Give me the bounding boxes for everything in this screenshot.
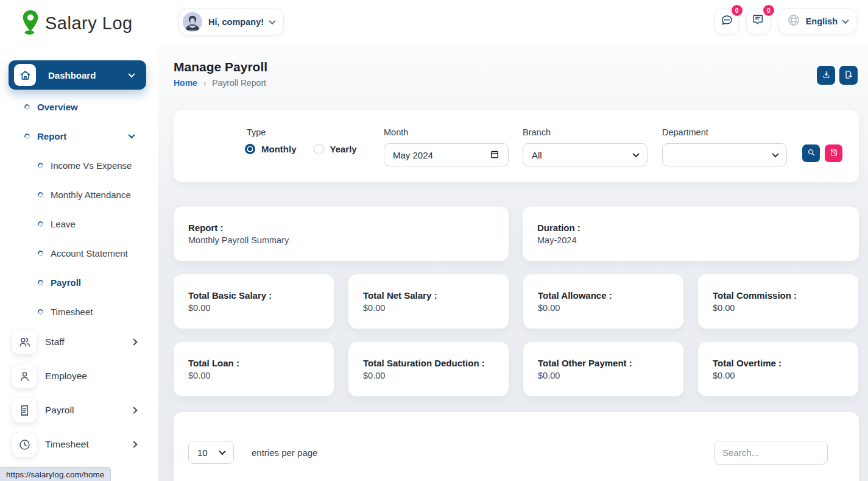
sidebar-item-label: Dashboard [48, 70, 129, 80]
sidebar-item-income-vs-expense[interactable]: Income Vs Expense [0, 158, 158, 173]
payroll-table-card: 10 entries per page [174, 412, 859, 481]
stat-card-total-loan: Total Loan : $0.00 [174, 342, 334, 396]
stat-card-total-commission: Total Commission : $0.00 [698, 274, 858, 329]
page-size-select[interactable]: 10 [188, 441, 234, 464]
stat-value: $0.00 [538, 303, 560, 313]
sidebar-item-label: Timesheet [51, 307, 93, 317]
stat-label: Total Allowance : [538, 290, 612, 301]
users-icon [12, 330, 37, 354]
message-square-icon [752, 13, 765, 29]
department-label: Department [662, 127, 708, 137]
month-value: May 2024 [393, 150, 490, 160]
chevron-down-icon [842, 17, 849, 24]
duration-summary-card: Duration : May-2024 [523, 207, 859, 261]
chat-bubble-icon [720, 13, 733, 29]
report-summary-card: Report : Monthly Payroll Summary [174, 207, 509, 261]
clock-icon [12, 432, 37, 457]
sidebar-item-timesheet-report[interactable]: Timesheet [0, 304, 158, 319]
chevron-down-icon [772, 151, 778, 157]
language-label: English [806, 16, 838, 26]
sidebar-item-leave[interactable]: Leave [0, 216, 158, 231]
main-content: Manage Payroll Home › Payroll Report Typ… [158, 44, 868, 481]
stat-label: Total Basic Salary : [188, 290, 272, 301]
table-search-input[interactable] [714, 441, 828, 465]
breadcrumb-current: Payroll Report [212, 78, 266, 88]
stat-label: Total Net Salary : [363, 290, 437, 301]
sidebar-item-label: Account Statement [51, 248, 128, 258]
sidebar-item-dashboard[interactable]: Dashboard [9, 60, 146, 90]
sidebar-item-label: Payroll [51, 277, 81, 288]
sidebar-item-payroll[interactable]: Payroll [0, 398, 158, 422]
bullet-icon [37, 249, 44, 257]
stat-value: $0.00 [713, 303, 735, 313]
type-label: Type [247, 127, 266, 137]
user-menu[interactable]: Hi, company! [178, 9, 284, 35]
sidebar-item-label: Staff [45, 337, 65, 347]
sidebar-item-label: Report [37, 131, 66, 141]
sidebar-item-overview[interactable]: Overview [0, 99, 158, 114]
stat-label: Total Other Payment : [538, 358, 632, 368]
yearly-radio-label[interactable]: Yearly [330, 144, 357, 154]
yearly-radio[interactable] [314, 144, 324, 154]
breadcrumb-home-link[interactable]: Home [174, 78, 197, 88]
sidebar-item-monthly-attendance[interactable]: Monthly Attendance [0, 187, 158, 202]
stat-card-total-overtime: Total Overtime : $0.00 [698, 342, 858, 396]
sidebar-item-employee[interactable]: Employee [0, 364, 158, 388]
sidebar-item-account-statement[interactable]: Account Statement [0, 246, 158, 260]
breadcrumb: Home › Payroll Report [174, 78, 266, 88]
calendar-icon [490, 149, 499, 161]
chevron-right-icon [130, 407, 137, 413]
stat-card-total-saturation-deduction: Total Saturation Deduction : $0.00 [348, 342, 509, 396]
stat-label: Total Overtime : [713, 358, 782, 368]
sidebar-item-report[interactable]: Report [0, 129, 158, 143]
stat-value: $0.00 [363, 371, 385, 380]
clear-file-icon [830, 148, 838, 159]
status-bar-url: https://salarylog.com/home [0, 467, 111, 481]
home-icon [14, 64, 36, 86]
sidebar-item-payroll-report[interactable]: Payroll [0, 275, 158, 290]
export-file-button[interactable] [839, 66, 858, 85]
department-select[interactable] [662, 143, 787, 166]
sidebar-item-staff[interactable]: Staff [0, 330, 158, 354]
bullet-icon [24, 103, 31, 110]
monthly-radio-label[interactable]: Monthly [261, 144, 297, 154]
chevron-down-icon [219, 448, 225, 455]
stat-card-total-other-payment: Total Other Payment : $0.00 [523, 342, 683, 396]
branch-select[interactable]: All [523, 143, 647, 166]
stat-label: Total Commission : [713, 290, 797, 301]
file-export-icon [844, 70, 853, 81]
sidebar-item-label: Overview [37, 102, 78, 112]
brand-name: Salary Log [45, 13, 133, 34]
chevron-right-icon [130, 441, 137, 447]
stat-card-total-basic-salary: Total Basic Salary : $0.00 [174, 274, 334, 329]
month-label: Month [384, 127, 408, 137]
page-title: Manage Payroll [174, 60, 267, 74]
user-greeting: Hi, company! [208, 17, 264, 27]
entries-per-page-label: entries per page [252, 447, 317, 458]
sidebar-item-timesheet[interactable]: Timesheet [0, 432, 158, 457]
bullet-icon [37, 162, 44, 169]
monthly-radio[interactable] [245, 144, 255, 154]
branch-value: All [532, 150, 633, 160]
month-input[interactable]: May 2024 [384, 143, 509, 166]
chat-badge: 0 [732, 5, 743, 16]
type-radio-group: Monthly Yearly [245, 144, 368, 154]
search-filter-button[interactable] [802, 144, 820, 162]
bullet-icon [37, 191, 44, 198]
feedback-button[interactable]: 0 [746, 9, 771, 34]
duration-value: May-2024 [537, 235, 576, 245]
language-selector[interactable]: English [778, 9, 857, 34]
receipt-icon [12, 398, 37, 422]
sidebar: Dashboard Overview Report Income Vs Expe… [0, 44, 158, 481]
brand-logo[interactable]: Salary Log [18, 9, 133, 38]
chevron-down-icon [128, 71, 135, 77]
reset-filter-button[interactable] [825, 144, 842, 162]
avatar [183, 12, 202, 32]
chevron-down-icon [128, 132, 135, 138]
chat-button[interactable]: 0 [715, 9, 739, 34]
bullet-icon [37, 279, 44, 286]
breadcrumb-separator: › [203, 79, 206, 88]
stat-card-total-allowance: Total Allowance : $0.00 [523, 274, 683, 329]
sidebar-item-label: Employee [45, 371, 87, 382]
download-button[interactable] [817, 66, 835, 85]
